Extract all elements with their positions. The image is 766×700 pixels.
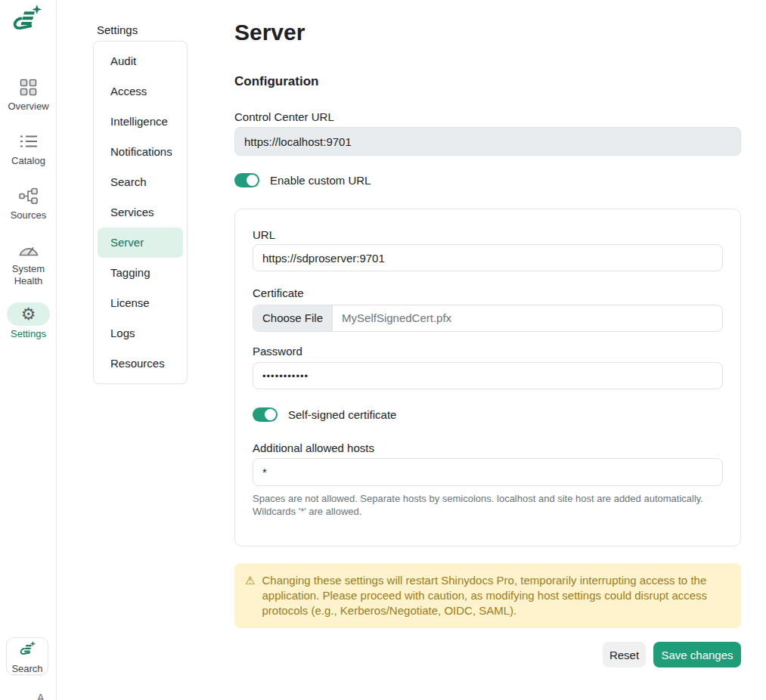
sidebar-item-catalog[interactable]: Catalog bbox=[0, 130, 57, 167]
page-title: Server bbox=[234, 20, 305, 45]
sidebar-search-label: Search bbox=[7, 663, 48, 674]
allowed-hosts-help: Spaces are not allowed. Separate hosts b… bbox=[253, 492, 723, 518]
settings-nav-item-intelligence[interactable]: Intelligence bbox=[98, 107, 183, 137]
settings-nav-item-logs[interactable]: Logs bbox=[98, 318, 183, 348]
sidebar-item-label: Settings bbox=[0, 328, 57, 340]
sidebar-item-label: System Health bbox=[0, 263, 57, 287]
settings-nav-item-notifications[interactable]: Notifications bbox=[98, 137, 183, 167]
app-window: Overview Catalog bbox=[0, 0, 766, 700]
gear-icon: ⚙ bbox=[21, 306, 36, 323]
gauge-icon bbox=[0, 238, 57, 261]
settings-nav-item-access[interactable]: Access bbox=[98, 76, 183, 107]
sidebar-search-button[interactable]: Search bbox=[6, 637, 48, 675]
control-center-url-label: Control Center URL bbox=[234, 110, 334, 123]
nodes-icon bbox=[0, 184, 57, 207]
certificate-file-input[interactable]: Choose File MySelfSignedCert.pfx bbox=[253, 305, 723, 332]
self-signed-label: Self-signed certificate bbox=[288, 408, 396, 421]
control-center-url-input bbox=[234, 127, 741, 156]
warning-icon: ⚠ bbox=[245, 573, 255, 588]
sidebar-item-label: Sources bbox=[0, 209, 57, 221]
shinydocs-logo-icon bbox=[10, 27, 43, 40]
url-input[interactable] bbox=[253, 244, 723, 271]
sidebar-item-overview[interactable]: Overview bbox=[0, 76, 57, 113]
form-actions: Reset Save changes bbox=[234, 642, 741, 667]
allowed-hosts-input[interactable] bbox=[253, 458, 723, 486]
allowed-hosts-label: Additional allowed hosts bbox=[253, 441, 374, 454]
url-label: URL bbox=[253, 228, 275, 241]
sidebar-item-label: Overview bbox=[0, 101, 57, 113]
self-signed-toggle[interactable] bbox=[253, 407, 278, 422]
list-icon bbox=[0, 130, 57, 153]
sidebar-item-sources[interactable]: Sources bbox=[0, 184, 57, 221]
self-signed-row: Self-signed certificate bbox=[253, 407, 396, 422]
sidebar-item-system-health[interactable]: System Health bbox=[0, 238, 57, 287]
app-logo[interactable] bbox=[10, 5, 43, 38]
enable-custom-url-label: Enable custom URL bbox=[270, 174, 371, 187]
enable-custom-url-row: Enable custom URL bbox=[234, 173, 371, 187]
warning-alert: ⚠ Changing these settings will restart S… bbox=[234, 563, 741, 628]
sidebar: Overview Catalog bbox=[0, 0, 57, 700]
settings-nav-item-resources[interactable]: Resources bbox=[98, 348, 183, 379]
settings-nav-item-tagging[interactable]: Tagging bbox=[98, 258, 183, 288]
section-title-configuration: Configuration bbox=[234, 74, 318, 89]
settings-nav-item-services[interactable]: Services bbox=[98, 197, 183, 228]
sidebar-item-settings[interactable]: ⚙ Settings bbox=[0, 302, 57, 340]
settings-nav-item-server[interactable]: Server bbox=[98, 228, 183, 258]
password-input[interactable] bbox=[253, 362, 723, 389]
settings-nav-item-search[interactable]: Search bbox=[98, 167, 183, 197]
settings-nav-title: Settings bbox=[97, 23, 138, 36]
settings-active-pill: ⚙ bbox=[7, 302, 50, 326]
grid-icon bbox=[0, 76, 57, 98]
password-label: Password bbox=[253, 345, 302, 358]
avatar-partial[interactable]: A bbox=[37, 692, 44, 700]
settings-nav-item-audit[interactable]: Audit bbox=[98, 46, 183, 76]
save-changes-button[interactable]: Save changes bbox=[653, 642, 741, 667]
choose-file-button[interactable]: Choose File bbox=[253, 305, 333, 331]
reset-button[interactable]: Reset bbox=[603, 642, 646, 667]
shinydocs-logo-icon bbox=[18, 649, 36, 661]
certificate-label: Certificate bbox=[253, 287, 304, 299]
enable-custom-url-toggle[interactable] bbox=[234, 173, 259, 187]
settings-nav: Audit Access Intelligence Notifications … bbox=[93, 41, 188, 384]
certificate-filename: MySelfSignedCert.pfx bbox=[333, 305, 451, 331]
warning-text: Changing these settings will restart Shi… bbox=[262, 573, 729, 618]
settings-nav-item-license[interactable]: License bbox=[98, 288, 183, 318]
sidebar-item-label: Catalog bbox=[0, 155, 57, 167]
